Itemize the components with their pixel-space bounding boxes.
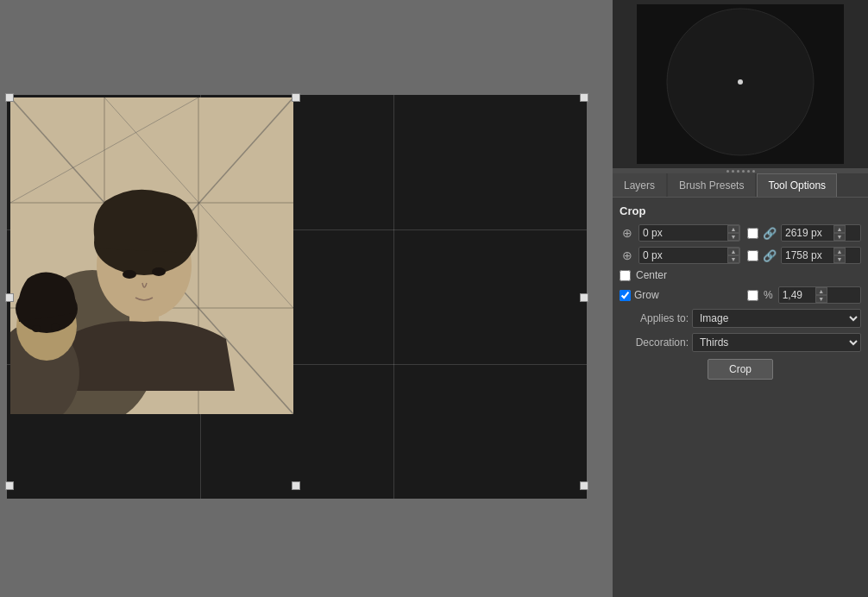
dot6 [752,170,755,173]
handle-bot-left[interactable] [5,481,14,490]
grow-row: Grow % ▲ ▼ [620,286,861,304]
y-up[interactable]: ▲ [727,248,739,255]
center-checkbox[interactable] [620,270,631,281]
dot3 [737,170,739,173]
grow-checkbox[interactable] [620,290,631,301]
link-icon2: 🔗 [762,248,777,263]
svg-point-13 [152,267,166,276]
percent-down[interactable]: ▼ [815,295,827,303]
y-left: ⊕ ▲ ▼ [620,247,740,264]
applies-to-label: Applies to: [620,312,689,324]
applies-to-select[interactable]: Image Selection Canvas [692,309,861,328]
decoration-row: Decoration: Thirds Rule of Fifths Golden… [620,333,861,352]
svg-point-19 [51,324,60,330]
y-position-row: ⊕ ▲ ▼ 🔗 ▲ ▼ [620,247,861,264]
right-panel: Layers Brush Presets Tool Options Crop ⊕… [613,0,868,597]
percent-right: % ▲ ▼ [740,286,861,304]
width-spinner[interactable]: ▲ ▼ [833,225,846,241]
dot1 [726,170,729,173]
handle-top-mid[interactable] [292,93,300,102]
manga-image [10,97,293,414]
y-icon: ⊕ [620,248,635,263]
height-checkbox[interactable] [747,250,758,261]
x-input[interactable] [639,225,727,241]
handle-top-left[interactable] [5,93,14,102]
center-label: Center [636,269,667,281]
canvas-area [0,0,613,597]
svg-point-12 [123,270,136,279]
x-input-wrapper[interactable]: ▲ ▼ [638,224,740,242]
percent-spinner[interactable]: ▲ ▼ [815,287,827,303]
height-input-wrapper[interactable]: ▲ ▼ [781,247,861,264]
crop-button[interactable]: Crop [708,359,773,380]
brush-preview-area [613,0,868,168]
tool-options-panel: Crop ⊕ ▲ ▼ 🔗 ▲ [613,198,868,597]
grow-label: Grow [634,289,659,301]
width-right: 🔗 ▲ ▼ [740,224,861,242]
height-right: 🔗 ▲ ▼ [740,247,861,264]
width-down[interactable]: ▼ [833,233,846,241]
dot4 [742,170,745,173]
applies-to-row: Applies to: Image Selection Canvas [620,309,861,328]
grow-left: Grow [620,289,740,301]
dot5 [747,170,750,173]
x-spinner[interactable]: ▲ ▼ [727,225,739,241]
tab-tool-options[interactable]: Tool Options [757,173,837,197]
height-spinner[interactable]: ▲ ▼ [833,248,846,263]
tabs-bar: Layers Brush Presets Tool Options [613,173,868,198]
width-input[interactable] [782,225,833,241]
link-icon: 🔗 [762,225,777,241]
percent-up[interactable]: ▲ [815,287,827,295]
x-position-row: ⊕ ▲ ▼ 🔗 ▲ ▼ [620,224,861,242]
x-up[interactable]: ▲ [727,225,739,233]
handle-bot-mid[interactable] [292,481,300,490]
grid-line-v2 [393,95,394,499]
x-icon: ⊕ [620,225,635,241]
percent-input[interactable] [779,287,815,303]
manga-illustration [10,97,293,414]
width-up[interactable]: ▲ [833,225,846,233]
brush-circle-svg [637,4,844,164]
svg-point-22 [738,79,743,85]
handle-mid-right[interactable] [580,293,588,302]
tab-layers[interactable]: Layers [613,173,666,197]
x-left: ⊕ ▲ ▼ [620,224,740,242]
percent-symbol: % [762,289,775,301]
height-up[interactable]: ▲ [833,248,846,255]
height-input[interactable] [782,248,833,263]
section-title: Crop [620,204,861,217]
tab-brush-presets[interactable]: Brush Presets [668,173,755,197]
handle-mid-left[interactable] [5,293,14,302]
percent-checkbox[interactable] [747,290,758,301]
decoration-label: Decoration: [620,336,689,349]
width-checkbox[interactable] [747,228,758,239]
decoration-select[interactable]: Thirds Rule of Fifths Golden Ratio Diago… [692,333,861,352]
y-input[interactable] [639,248,727,263]
dot2 [732,170,734,173]
height-down[interactable]: ▼ [833,255,846,263]
y-input-wrapper[interactable]: ▲ ▼ [638,247,740,264]
svg-point-18 [32,325,41,332]
y-spinner[interactable]: ▲ ▼ [727,248,739,263]
width-input-wrapper[interactable]: ▲ ▼ [781,224,861,242]
y-down[interactable]: ▼ [727,255,739,263]
handle-top-right[interactable] [580,93,588,102]
handle-bot-right[interactable] [580,481,588,490]
percent-input-wrapper[interactable]: ▲ ▼ [778,286,861,304]
center-row: Center [620,269,861,281]
x-down[interactable]: ▼ [727,233,739,241]
